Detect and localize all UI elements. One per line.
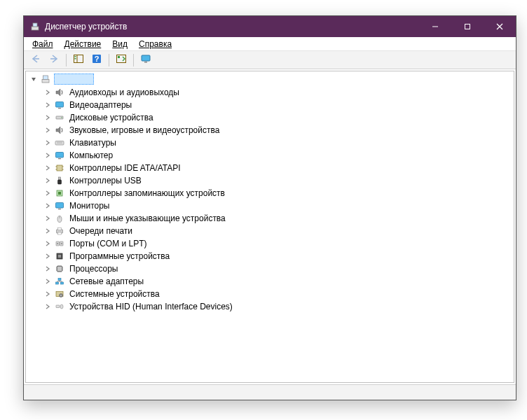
- chip-dark-icon: [54, 251, 65, 262]
- monitor-computer-button[interactable]: [138, 52, 153, 68]
- category-display[interactable]: Видеоадаптеры: [43, 99, 511, 111]
- svg-rect-64: [56, 282, 59, 284]
- port-icon: [54, 238, 65, 249]
- svg-rect-21: [58, 108, 61, 108]
- svg-rect-50: [58, 255, 61, 258]
- tree-root-node[interactable]: ——————: [29, 73, 511, 85]
- svg-rect-28: [58, 158, 61, 159]
- statusbar: [24, 384, 516, 400]
- category-label: Программные устройства: [68, 251, 170, 261]
- toolbar-separator: [133, 54, 134, 66]
- category-label: Дисковые устройства: [68, 113, 153, 122]
- expand-icon[interactable]: [43, 88, 53, 97]
- svg-rect-37: [58, 192, 61, 195]
- category-cpu[interactable]: Процессоры: [43, 262, 511, 275]
- category-computer[interactable]: Компьютер: [43, 149, 511, 162]
- category-storage[interactable]: Контроллеры запоминающих устройств: [43, 187, 511, 200]
- expand-icon[interactable]: [43, 289, 53, 299]
- expand-icon[interactable]: [43, 201, 53, 211]
- category-ide[interactable]: Контроллеры IDE ATA/ATAPI: [43, 162, 511, 174]
- svg-rect-29: [57, 165, 62, 171]
- category-keyboard[interactable]: Клавиатуры: [43, 136, 511, 149]
- forward-button[interactable]: [46, 52, 62, 68]
- help-icon: ?: [91, 53, 102, 66]
- usb-icon: [54, 175, 65, 186]
- expand-icon[interactable]: [43, 138, 53, 148]
- category-list: Аудиовходы и аудиовыходыВидеоадаптерыДис…: [29, 86, 511, 313]
- chip-icon: [54, 162, 65, 174]
- chip-green-icon: [54, 188, 65, 199]
- expand-icon[interactable]: [43, 163, 53, 173]
- svg-rect-20: [56, 102, 64, 108]
- category-usb[interactable]: Контроллеры USB: [43, 174, 511, 187]
- expand-icon[interactable]: [43, 302, 53, 312]
- close-button[interactable]: [484, 16, 516, 37]
- category-label: Процессоры: [68, 264, 118, 274]
- window-controls: [419, 16, 516, 37]
- speaker-icon: [54, 87, 65, 98]
- mouse-icon: [54, 213, 65, 224]
- expand-icon[interactable]: [43, 113, 53, 122]
- expand-icon[interactable]: [43, 251, 53, 261]
- svg-rect-51: [57, 267, 62, 272]
- expand-icon[interactable]: [43, 239, 53, 248]
- device-tree: —————— Аудиовходы и аудиовыходыВидеоадап…: [29, 73, 511, 313]
- monitor-blue-icon: [54, 99, 65, 111]
- svg-rect-1: [33, 23, 37, 27]
- app-icon: [29, 21, 41, 32]
- maximize-button[interactable]: [451, 16, 484, 37]
- expand-icon[interactable]: [43, 188, 53, 198]
- category-audio[interactable]: Аудиовходы и аудиовыходы: [43, 86, 511, 99]
- device-manager-window: Диспетчер устройств Файл Действие Вид Сп…: [23, 15, 516, 400]
- expand-icon[interactable]: [43, 100, 53, 110]
- category-sound[interactable]: Звуковые, игровые и видеоустройства: [43, 124, 511, 136]
- show-hide-console-button[interactable]: [71, 52, 86, 68]
- monitor-icon: [140, 53, 151, 66]
- category-network[interactable]: Сетевые адаптеры: [43, 275, 511, 288]
- menu-view[interactable]: Вид: [107, 38, 133, 50]
- category-label: Мониторы: [68, 201, 109, 211]
- category-hid[interactable]: Устройства HID (Human Interface Devices): [43, 300, 511, 313]
- category-printq[interactable]: Очереди печати: [43, 225, 511, 237]
- expand-icon[interactable]: [43, 226, 53, 236]
- menu-file[interactable]: Файл: [27, 38, 59, 50]
- collapse-icon[interactable]: [29, 74, 39, 84]
- menu-help[interactable]: Справка: [133, 38, 177, 50]
- category-disk[interactable]: Дисковые устройства: [43, 111, 511, 124]
- svg-rect-43: [58, 228, 62, 230]
- svg-rect-65: [61, 282, 64, 284]
- toolbar-separator: [66, 54, 67, 66]
- expand-icon[interactable]: [43, 264, 53, 274]
- category-label: Звуковые, игровые и видеоустройства: [68, 125, 219, 135]
- help-button[interactable]: ?: [89, 52, 104, 68]
- monitor-blue-icon: [54, 150, 65, 161]
- network-icon: [54, 276, 65, 287]
- expand-icon[interactable]: [43, 214, 53, 223]
- minimize-button[interactable]: [419, 16, 451, 37]
- expand-icon[interactable]: [43, 125, 53, 135]
- printer-icon: [54, 225, 65, 237]
- category-label: Контроллеры USB: [68, 176, 142, 186]
- toolbar-separator: [109, 54, 109, 66]
- expand-icon[interactable]: [43, 150, 53, 160]
- svg-rect-0: [32, 27, 39, 30]
- category-label: Видеоадаптеры: [68, 100, 132, 110]
- category-monitor[interactable]: Мониторы: [43, 200, 511, 212]
- expand-icon[interactable]: [43, 176, 53, 186]
- category-software[interactable]: Программные устройства: [43, 250, 511, 262]
- category-system[interactable]: Системные устройства: [43, 288, 511, 300]
- category-label: Очереди печати: [68, 226, 132, 236]
- arrow-left-icon: [30, 53, 41, 66]
- menu-action[interactable]: Действие: [59, 38, 107, 50]
- svg-rect-35: [58, 180, 62, 184]
- back-button[interactable]: [28, 52, 43, 68]
- expand-icon[interactable]: [43, 276, 53, 286]
- category-ports[interactable]: Порты (COM и LPT): [43, 237, 511, 250]
- category-mouse[interactable]: Мыши и иные указывающие устройства: [43, 212, 511, 225]
- computer-name-label: ——————: [54, 74, 94, 85]
- speaker-icon: [54, 125, 65, 136]
- device-tree-panel[interactable]: —————— Аудиовходы и аудиовыходыВидеоадап…: [25, 71, 514, 383]
- scan-hardware-button[interactable]: [114, 52, 129, 68]
- category-label: Контроллеры запоминающих устройств: [68, 188, 225, 198]
- svg-rect-15: [118, 56, 120, 58]
